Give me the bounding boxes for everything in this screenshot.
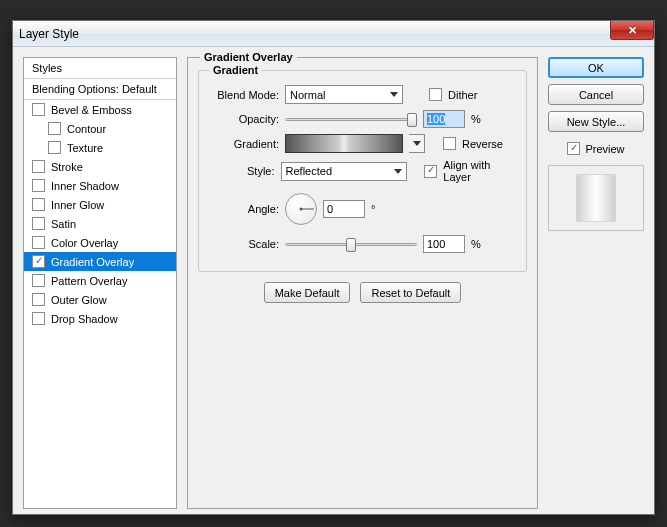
opacity-row: Opacity: 100 % — [209, 110, 516, 128]
ok-button[interactable]: OK — [548, 57, 644, 78]
chevron-down-icon — [390, 92, 398, 97]
reset-to-default-button[interactable]: Reset to Default — [360, 282, 461, 303]
style-item-label: Pattern Overlay — [51, 275, 127, 287]
chevron-down-icon — [394, 169, 402, 174]
scale-row: Scale: 100 % — [209, 235, 516, 253]
style-item-contour[interactable]: Contour — [24, 119, 176, 138]
style-row: Style: Reflected Align with Layer — [209, 159, 516, 183]
style-checkbox[interactable] — [32, 198, 45, 211]
style-item-label: Stroke — [51, 161, 83, 173]
styles-list: Bevel & EmbossContourTextureStrokeInner … — [24, 100, 176, 328]
reverse-checkbox[interactable] — [443, 137, 456, 150]
style-item-label: Drop Shadow — [51, 313, 118, 325]
blend-mode-value: Normal — [290, 89, 325, 101]
gradient-group: Gradient Blend Mode: Normal Dither Opaci… — [198, 70, 527, 272]
slider-thumb[interactable] — [407, 113, 417, 127]
gradient-overlay-panel: Gradient Overlay Gradient Blend Mode: No… — [187, 57, 538, 509]
opacity-unit: % — [471, 113, 481, 125]
opacity-label: Opacity: — [209, 113, 279, 125]
style-checkbox[interactable] — [48, 141, 61, 154]
angle-input[interactable]: 0 — [323, 200, 365, 218]
slider-thumb[interactable] — [346, 238, 356, 252]
close-icon: ✕ — [628, 24, 637, 37]
angle-unit: ° — [371, 203, 375, 215]
panel-title: Gradient Overlay — [200, 51, 297, 63]
style-item-bevel-emboss[interactable]: Bevel & Emboss — [24, 100, 176, 119]
gradient-label: Gradient: — [209, 138, 279, 150]
style-item-label: Satin — [51, 218, 76, 230]
style-checkbox[interactable] — [32, 160, 45, 173]
style-checkbox[interactable] — [32, 179, 45, 192]
styles-panel: Styles Blending Options: Default Bevel &… — [23, 57, 177, 509]
preview-label: Preview — [585, 143, 624, 155]
style-item-pattern-overlay[interactable]: Pattern Overlay — [24, 271, 176, 290]
gradient-swatch[interactable] — [285, 134, 403, 153]
style-item-label: Bevel & Emboss — [51, 104, 132, 116]
styles-header[interactable]: Styles — [24, 58, 176, 79]
style-checkbox[interactable] — [32, 103, 45, 116]
opacity-input[interactable]: 100 — [423, 110, 465, 128]
chevron-down-icon — [413, 141, 421, 146]
group-title: Gradient — [209, 64, 262, 76]
blend-mode-row: Blend Mode: Normal Dither — [209, 85, 516, 104]
preview-row: Preview — [548, 142, 644, 155]
preview-swatch-wrap — [548, 165, 644, 231]
blending-options-row[interactable]: Blending Options: Default — [24, 79, 176, 100]
style-dropdown[interactable]: Reflected — [281, 162, 407, 181]
angle-row: Angle: 0 ° — [209, 193, 516, 225]
blend-mode-label: Blend Mode: — [209, 89, 279, 101]
dither-checkbox[interactable] — [429, 88, 442, 101]
titlebar[interactable]: Layer Style ✕ — [13, 21, 654, 47]
style-item-texture[interactable]: Texture — [24, 138, 176, 157]
style-checkbox[interactable] — [32, 293, 45, 306]
dialog-body: Styles Blending Options: Default Bevel &… — [13, 47, 654, 519]
new-style-button[interactable]: New Style... — [548, 111, 644, 132]
style-item-gradient-overlay[interactable]: Gradient Overlay — [24, 252, 176, 271]
preview-checkbox[interactable] — [567, 142, 580, 155]
style-item-stroke[interactable]: Stroke — [24, 157, 176, 176]
style-checkbox[interactable] — [32, 236, 45, 249]
style-item-label: Contour — [67, 123, 106, 135]
default-buttons-row: Make Default Reset to Default — [188, 282, 537, 303]
opacity-slider[interactable] — [285, 110, 417, 128]
style-item-label: Inner Shadow — [51, 180, 119, 192]
style-checkbox[interactable] — [32, 217, 45, 230]
style-label: Style: — [209, 165, 275, 177]
scale-label: Scale: — [209, 238, 279, 250]
angle-dial[interactable] — [285, 193, 317, 225]
align-label: Align with Layer — [443, 159, 516, 183]
style-checkbox[interactable] — [48, 122, 61, 135]
style-checkbox[interactable] — [32, 274, 45, 287]
gradient-dropdown-button[interactable] — [409, 134, 425, 153]
scale-input[interactable]: 100 — [423, 235, 465, 253]
style-checkbox[interactable] — [32, 255, 45, 268]
style-item-satin[interactable]: Satin — [24, 214, 176, 233]
right-panel: OK Cancel New Style... Preview — [548, 57, 644, 509]
dither-label: Dither — [448, 89, 477, 101]
style-item-inner-glow[interactable]: Inner Glow — [24, 195, 176, 214]
style-item-inner-shadow[interactable]: Inner Shadow — [24, 176, 176, 195]
align-checkbox[interactable] — [424, 165, 437, 178]
scale-unit: % — [471, 238, 481, 250]
style-item-drop-shadow[interactable]: Drop Shadow — [24, 309, 176, 328]
window-title: Layer Style — [19, 27, 79, 41]
style-item-color-overlay[interactable]: Color Overlay — [24, 233, 176, 252]
layer-style-dialog: Layer Style ✕ Styles Blending Options: D… — [12, 20, 655, 515]
preview-swatch — [576, 174, 616, 222]
reverse-label: Reverse — [462, 138, 503, 150]
angle-label: Angle: — [209, 203, 279, 215]
scale-slider[interactable] — [285, 235, 417, 253]
style-item-label: Inner Glow — [51, 199, 104, 211]
style-item-label: Gradient Overlay — [51, 256, 134, 268]
cancel-button[interactable]: Cancel — [548, 84, 644, 105]
style-item-label: Texture — [67, 142, 103, 154]
style-item-label: Color Overlay — [51, 237, 118, 249]
blend-mode-dropdown[interactable]: Normal — [285, 85, 403, 104]
style-item-outer-glow[interactable]: Outer Glow — [24, 290, 176, 309]
close-button[interactable]: ✕ — [610, 21, 654, 40]
make-default-button[interactable]: Make Default — [264, 282, 351, 303]
style-checkbox[interactable] — [32, 312, 45, 325]
slider-track — [285, 118, 417, 121]
gradient-row: Gradient: Reverse — [209, 134, 516, 153]
style-item-label: Outer Glow — [51, 294, 107, 306]
